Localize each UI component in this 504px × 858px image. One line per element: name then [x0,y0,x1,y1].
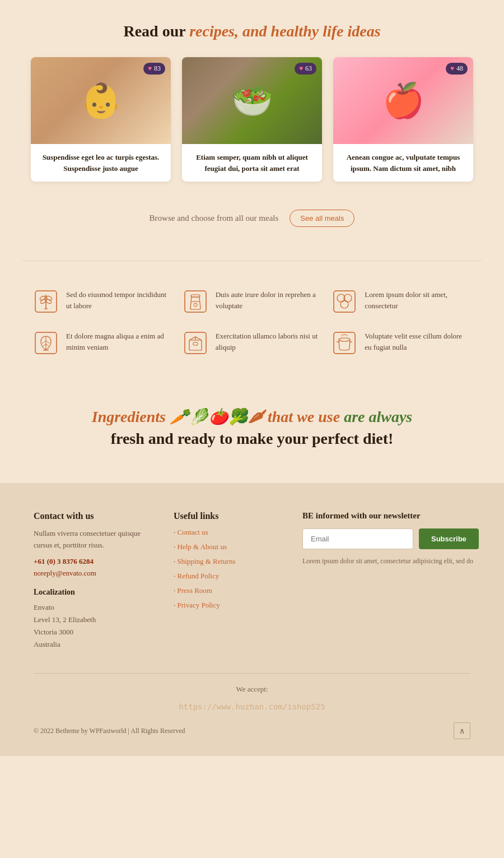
footer-newsletter-col: BE informed with our newsletter Subscrib… [302,511,479,651]
card-image-wrap-1: 👶 ♥ 83 [31,57,171,144]
footer-contact-title: Contact with us [34,511,157,521]
feature-item-1: Sed do eiusmod tempor incididunt ut labo… [34,289,172,314]
subscribe-button[interactable]: Subscribe [419,528,479,549]
footer-contact-desc: Nullam viverra consectetuer quisque curs… [34,528,157,551]
newsletter-title: BE informed with our newsletter [302,511,479,521]
recipe-card-1: 👶 ♥ 83 Suspendisse eget leo ac turpis eg… [31,57,171,182]
svg-rect-11 [334,291,355,312]
feature-item-6: Voluptate velit esse cillum dolore eu fu… [332,331,470,355]
svg-point-5 [45,299,52,304]
shipping-link[interactable]: Shipping & Returns [178,557,236,565]
svg-point-4 [40,299,46,304]
card-like-badge-1: ♥ 83 [143,63,165,75]
card-body-3: Aenean congue ac, vulputate tempus ipsum… [333,144,473,182]
refund-link[interactable]: Refund Policy [178,572,220,580]
help-about-link[interactable]: Help & About us [178,542,227,551]
card-body-1: Suspendisse eget leo ac turpis egestas. … [31,144,171,182]
pot-icon [332,331,357,355]
link-item-1: Contact us [174,528,286,537]
cards-row: 👶 ♥ 83 Suspendisse eget leo ac turpis eg… [22,57,482,182]
footer: Contact with us Nullam viverra consectet… [0,483,504,756]
svg-rect-25 [193,342,198,345]
ingredients-section: Ingredients 🥕🥬🍅🥦🌶 that we use are always… [0,383,504,483]
wheat-icon [34,289,58,314]
card-image-wrap-3: 🍎 ♥ 48 [333,57,473,144]
contact-us-link[interactable]: Contact us [178,528,208,536]
footer-phone[interactable]: +61 (0) 3 8376 6284 [34,557,157,566]
footer-bottom: We accept: https://www.huzhan.com/ishop5… [34,673,470,739]
scroll-top-button[interactable]: ∧ [454,722,470,739]
footer-address: Envato Level 13, 2 Elizabeth Victoria 30… [34,601,157,651]
svg-line-18 [46,341,50,344]
ingredients-title: Ingredients 🥕🥬🍅🥦🌶 that we use are always… [22,406,482,449]
feature-text-1: Sed do eiusmod tempor incididunt ut labo… [66,289,172,311]
newsletter-desc: Lorem ipsum dolor sit amet, consectetur … [302,556,479,566]
press-room-link[interactable]: Press Room [178,586,212,595]
privacy-link[interactable]: Privacy Policy [178,601,220,609]
footer-contact-col: Contact with us Nullam viverra consectet… [34,511,157,651]
hero-title: Read our recipes, and healthy life ideas [22,22,482,40]
features-grid: Sed do eiusmod tempor incididunt ut labo… [34,289,470,355]
feature-text-5: Exercitation ullamco laboris nisi ut ali… [216,331,321,353]
link-item-6: Privacy Policy [174,601,286,610]
link-item-3: Shipping & Returns [174,557,286,566]
feature-text-4: Et dolore magna aliqua a enim ad minim v… [66,331,172,353]
feature-item-2: Duis aute irure dolor in reprehen a volu… [183,289,321,314]
watermark-text: https://www.huzhan.com/ishop525 [34,702,470,711]
svg-point-27 [339,338,350,341]
footer-links-col: Useful links Contact us Help & About us … [174,511,286,651]
leaf-icon [34,331,58,355]
svg-point-10 [194,303,197,307]
copyright-text: © 2022 Betheme by WPFastworld | All Righ… [34,727,185,735]
copyright-row: © 2022 Betheme by WPFastworld | All Righ… [34,722,470,739]
feature-text-2: Duis aute irure dolor in reprehen a volu… [216,289,321,311]
feature-text-3: Lorem ipsum dolor sit amet, consectetur [365,289,470,311]
see-all-button[interactable]: See all meals [290,210,354,227]
svg-line-17 [42,341,46,344]
feature-text-6: Voluptate velit esse cillum dolore eu fu… [365,331,470,353]
we-accept-text: We accept: [34,685,470,694]
heart-icon-1: ♥ [148,64,152,73]
hero-section: Read our recipes, and healthy life ideas… [0,0,504,261]
link-item-4: Refund Policy [174,572,286,581]
recipe-card-3: 🍎 ♥ 48 Aenean congue ac, vulputate tempu… [333,57,473,182]
footer-localization-title: Localization [34,588,157,597]
footer-links-title: Useful links [174,511,286,521]
svg-line-19 [43,344,46,346]
circles-icon [332,289,357,314]
footer-email[interactable]: noreply@envato.com [34,569,157,578]
recipe-card-2: 🥗 ♥ 63 Etiam semper, quam nibh ut alique… [182,57,322,182]
feature-item-5: Exercitation ullamco laboris nisi ut ali… [183,331,321,355]
svg-line-20 [46,344,49,346]
card-like-badge-3: ♥ 48 [446,63,468,75]
heart-icon-2: ♥ [299,64,303,73]
link-item-2: Help & About us [174,542,286,551]
card-like-badge-2: ♥ 63 [295,63,316,75]
chevron-up-icon: ∧ [459,726,465,735]
footer-top: Contact with us Nullam viverra consectet… [34,511,470,651]
card-body-2: Etiam semper, quam nibh ut aliquet feugi… [182,144,322,182]
newsletter-email-input[interactable] [302,528,413,549]
browse-text: Browse and choose from all our meals [150,214,279,223]
features-section: Sed do eiusmod tempor incididunt ut labo… [0,261,504,383]
link-item-5: Press Room [174,586,286,595]
footer-links-list: Contact us Help & About us Shipping & Re… [174,528,286,610]
svg-point-14 [340,300,348,308]
feature-item-4: Et dolore magna aliqua a enim ad minim v… [34,331,172,355]
browse-row: Browse and choose from all our meals See… [22,198,482,249]
newsletter-row: Subscribe [302,528,479,549]
box-icon [183,331,208,355]
jar-icon [183,289,208,314]
heart-icon-3: ♥ [450,64,454,73]
card-image-wrap-2: 🥗 ♥ 63 [182,57,322,144]
feature-item-3: Lorem ipsum dolor sit amet, consectetur [332,289,470,314]
